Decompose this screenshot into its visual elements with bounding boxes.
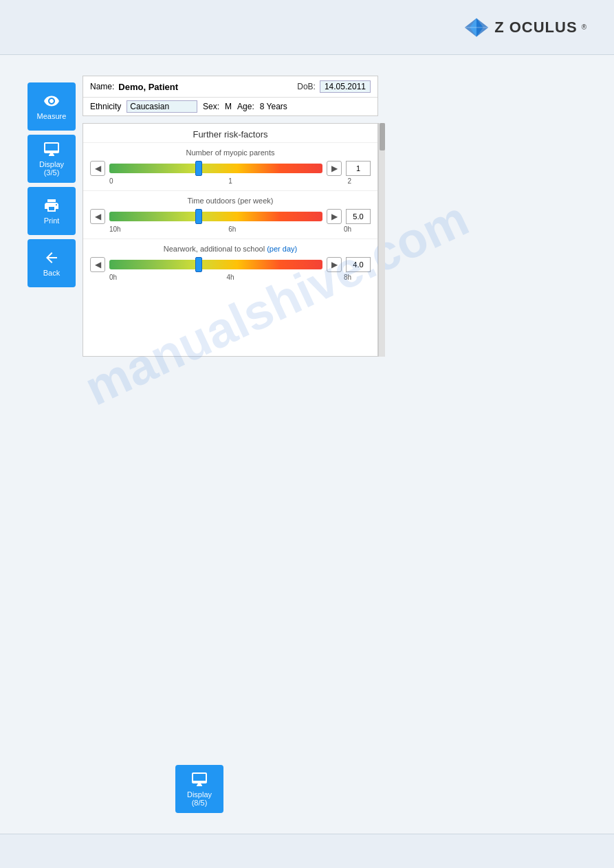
label-2-2: 0h [344,225,351,233]
logo: Z OCULUS® [463,17,586,38]
slider-value-1: 1 [346,161,371,176]
slider-right-3[interactable]: ▶ [327,257,342,272]
measure-label: Measure [37,112,67,120]
label-3-2: 8h [344,274,351,281]
main-content: Measure Display(3/5) Print Back [0,55,614,834]
ethnicity-value: Caucasian [127,100,197,113]
header: Z OCULUS® [0,0,614,55]
slider-left-3[interactable]: ◀ [90,257,105,272]
logo-text: Z OCULUS [494,19,577,36]
slider-labels-2: 10h 6h 0h [90,224,371,233]
name-label: Name: [90,82,114,91]
slider-right-2[interactable]: ▶ [327,209,342,224]
slider-labels-1: 0 1 2 [90,176,371,185]
dob-value: 14.05.2011 [320,80,371,93]
bottom-monitor-icon [191,771,208,788]
slider-right-1[interactable]: ▶ [327,161,342,176]
display-label: Display(3/5) [39,160,64,177]
ethnicity-label: Ethnicity [90,102,121,111]
slider-row-3: ◀ ▶ 4.0 [90,257,371,272]
logo-registered: ® [582,23,586,31]
print-label: Print [44,216,60,225]
print-icon [43,197,60,214]
monitor-icon [43,141,60,157]
slider-track-3[interactable] [109,257,322,272]
patient-subrow: Ethnicity Caucasian Sex: M Age: 8 Years [83,98,377,115]
back-label: Back [43,269,60,277]
sidebar: Measure Display(3/5) Print Back [28,76,76,813]
age-value: 8 Years [260,102,287,111]
footer [0,834,614,868]
slider-track-2[interactable] [109,209,322,224]
slider-track-1[interactable] [109,161,322,176]
risk-section-label-3: Nearwork, additional to school (per day) [90,245,371,253]
bottom-display-label: Display(8/5) [187,790,212,807]
slider-value-2: 5.0 [346,209,371,224]
back-button[interactable]: Back [28,239,76,287]
risk-area: Further risk-factors Number of myopic pa… [83,123,586,357]
risk-section-2: Time outdoors (per week) ◀ ▶ 5.0 [83,190,377,238]
panel-area: Name: Demo, Patient DoB: 14.05.2011 Ethn… [83,76,586,813]
slider-value-3: 4.0 [346,257,371,272]
risk-section-1: Number of myopic parents ◀ ▶ 1 [83,142,377,190]
slider-left-1[interactable]: ◀ [90,161,105,176]
risk-title: Further risk-factors [83,124,377,142]
bottom-display-button[interactable]: Display(8/5) [175,765,223,813]
measure-button[interactable]: Measure [28,82,76,131]
eye-icon [43,93,60,109]
label-1-2: 2 [347,177,351,185]
risk-section-label-2: Time outdoors (per week) [90,197,371,205]
sex-value: M [225,102,232,111]
slider-labels-3: 0h 4h 8h [90,272,371,281]
slider-left-2[interactable]: ◀ [90,209,105,224]
label-2-0: 10h [109,225,121,233]
label-3-1: 4h [226,274,234,281]
scroll-thumb [380,123,385,151]
dob-label: DoB: [297,82,316,91]
print-button[interactable]: Print [28,187,76,235]
back-icon [43,249,60,266]
scrollbar[interactable] [378,123,385,357]
age-label: Age: [237,102,254,111]
display-button[interactable]: Display(3/5) [28,135,76,183]
risk-section-label-1: Number of myopic parents [90,148,371,157]
label-1-0: 0 [109,177,113,185]
per-day: (per day) [267,245,297,253]
label-2-1: 6h [228,225,236,233]
label-1-1: 1 [228,177,232,185]
patient-name: Demo, Patient [118,82,293,92]
sex-label: Sex: [203,102,219,111]
slider-row-2: ◀ ▶ 5.0 [90,209,371,224]
risk-section-3: Nearwork, additional to school (per day)… [83,238,377,287]
slider-row-1: ◀ ▶ 1 [90,161,371,176]
patient-card: Name: Demo, Patient DoB: 14.05.2011 Ethn… [83,76,378,116]
risk-card: Further risk-factors Number of myopic pa… [83,123,378,357]
label-3-0: 0h [109,274,117,281]
patient-header: Name: Demo, Patient DoB: 14.05.2011 [83,76,377,98]
logo-icon [463,17,490,38]
